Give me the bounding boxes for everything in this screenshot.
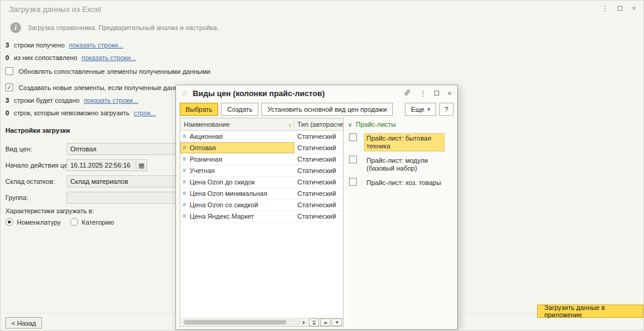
dialog-toolbar: Выбрать Создать Установить основной вид … xyxy=(176,101,457,119)
create-button[interactable]: Создать xyxy=(221,103,258,116)
window-menu-icon[interactable]: ⋮ xyxy=(601,4,609,13)
table-row[interactable]: ≡АкционнаяСтатический xyxy=(180,131,343,142)
dialog-maximize-icon[interactable] xyxy=(434,91,439,96)
price-list-label: Прайс-лист: бытовая техника xyxy=(364,133,445,151)
table-row[interactable]: ≡Цена Ozon со скидкойСтатический xyxy=(180,199,343,211)
scroll-up-button[interactable] xyxy=(320,318,330,326)
radio-nomenclature[interactable] xyxy=(5,218,13,226)
help-button[interactable]: ? xyxy=(439,103,454,116)
favorite-star-icon[interactable]: ☆ xyxy=(181,89,188,97)
price-list-item[interactable]: Прайс-лист: модули (базовый набор) xyxy=(349,156,452,174)
show-rows-link[interactable]: показать строки... xyxy=(69,41,124,49)
price-list-label: Прайс-лист: модули (базовый набор) xyxy=(364,156,445,174)
price-date-input[interactable]: 16.11.2025 22:56:16 xyxy=(67,159,136,171)
table-row[interactable]: ≡Цена Яндекс.МаркетСтатический xyxy=(180,211,343,222)
price-type-icon: ≡ xyxy=(183,179,186,185)
table-row[interactable]: ≡ОптоваяСтатический xyxy=(180,142,343,154)
price-type-icon: ≡ xyxy=(183,168,186,174)
price-list-item[interactable]: Прайс-лист: хоз. товары xyxy=(349,178,452,188)
load-data-button[interactable]: Загрузить данные в приложение xyxy=(537,305,643,318)
characteristics-radio-group: Номенклатуру Категорию xyxy=(5,218,114,226)
field-value: Склад материалов xyxy=(70,178,128,185)
table-row[interactable]: ≡Цена Ozon минимальнаяСтатический xyxy=(180,188,343,199)
scroll-right-icon[interactable] xyxy=(303,321,305,324)
checkbox[interactable] xyxy=(349,133,357,141)
checkbox-label: Обновлять сопоставленные элементы получе… xyxy=(19,68,210,75)
stat-count: 3 xyxy=(5,41,10,49)
price-type-name: Цена Ozon до скидок xyxy=(190,178,255,186)
radio-label: Номенклатуру xyxy=(17,219,61,226)
scroll-to-top-button[interactable] xyxy=(309,318,319,326)
info-banner: i Загрузка справочника. Предварительный … xyxy=(10,22,219,33)
field-label: Склад остатков: xyxy=(5,178,67,185)
select-button[interactable]: Выбрать xyxy=(180,103,218,116)
stat-count: 0 xyxy=(5,109,10,117)
price-list-item[interactable]: Прайс-лист: бытовая техника xyxy=(349,133,452,151)
more-button[interactable]: Еще ▾ xyxy=(405,103,436,116)
radio-label: Категорию xyxy=(82,219,114,226)
price-type-icon: ≡ xyxy=(183,213,186,219)
price-lists-panel: ∨ Прайс-листы Прайс-лист: бытовая техник… xyxy=(347,118,454,327)
price-date-field-row: Начало действия цен: 16.11.2025 22:56:16… xyxy=(5,159,147,171)
stat-rows-received: 3 строки получено показать строки... xyxy=(5,41,123,49)
table-row[interactable]: ≡УчетнаяСтатический xyxy=(180,165,343,177)
table-footer xyxy=(180,318,343,326)
scroll-down-button[interactable] xyxy=(332,318,342,326)
field-label: Вид цен: xyxy=(5,145,67,153)
checkbox[interactable] xyxy=(5,67,13,75)
radio-category[interactable] xyxy=(70,218,78,226)
field-label: Группа: xyxy=(5,194,67,201)
checkbox[interactable]: ✓ xyxy=(5,84,13,91)
stat-label: строк, которые невозможно загрузить xyxy=(14,109,129,117)
show-rows-link[interactable]: строк... xyxy=(133,109,156,117)
scrollbar-thumb[interactable] xyxy=(184,320,287,324)
price-type-kind: Статический xyxy=(294,190,343,197)
table-rows: ≡АкционнаяСтатический≡ОптоваяСтатический… xyxy=(180,131,343,318)
info-text: Загрузка справочника. Предварительный ан… xyxy=(28,24,219,31)
show-rows-link[interactable]: показать строки... xyxy=(82,54,136,61)
horizontal-scrollbar[interactable] xyxy=(183,320,301,325)
table-row[interactable]: ≡РозничнаяСтатический xyxy=(180,154,343,165)
stat-label: строки получено xyxy=(14,41,65,49)
stat-count: 0 xyxy=(5,54,10,61)
update-matched-checkbox-row[interactable]: Обновлять сопоставленные элементы получе… xyxy=(5,67,210,75)
price-type-kind: Статический xyxy=(294,156,343,163)
checkbox[interactable] xyxy=(349,156,357,163)
stat-count: 3 xyxy=(5,97,10,104)
dialog-titlebar: ☆ Виды цен (колонки прайс-листов) ⋮ × xyxy=(176,85,457,101)
price-type-icon: ≡ xyxy=(183,133,186,139)
price-type-name: Цена Ozon со скидкой xyxy=(190,201,258,208)
dialog-title: Виды цен (колонки прайс-листов) xyxy=(193,89,325,98)
field-label: Начало действия цен: xyxy=(5,162,67,169)
link-icon[interactable] xyxy=(404,89,411,98)
calendar-icon[interactable]: ▦ xyxy=(136,159,147,171)
table-row[interactable]: ≡Цена Ozon до скидокСтатический xyxy=(180,177,343,188)
price-type-icon: ≡ xyxy=(183,156,186,162)
price-type-icon: ≡ xyxy=(183,190,186,196)
show-rows-link[interactable]: показать строки... xyxy=(84,97,138,104)
column-header-type[interactable]: Тип (авторасчет) xyxy=(294,121,343,128)
dialog-menu-icon[interactable]: ⋮ xyxy=(419,89,427,98)
stat-label: строки будет создано xyxy=(14,97,79,104)
stat-rows-matched: 0 из них сопоставлено показать строки... xyxy=(5,54,136,61)
column-header-name[interactable]: Наименование ↓ xyxy=(180,118,294,130)
price-type-kind: Статический xyxy=(294,201,343,208)
price-type-kind: Статический xyxy=(294,213,343,220)
price-lists-items: Прайс-лист: бытовая техникаПрайс-лист: м… xyxy=(348,133,452,188)
checkbox[interactable] xyxy=(349,178,357,186)
chevron-down-icon: ▾ xyxy=(427,106,430,112)
dialog-close-icon[interactable]: × xyxy=(447,89,452,98)
group-label: Прайс-листы xyxy=(356,121,395,128)
field-value: 16.11.2025 22:56:16 xyxy=(70,162,130,169)
set-main-price-type-button[interactable]: Установить основной вид цен продажи xyxy=(261,103,393,116)
column-label: Наименование xyxy=(184,121,229,128)
window-maximize-icon[interactable] xyxy=(618,6,622,11)
back-button[interactable]: < Назад xyxy=(5,317,42,329)
price-lists-group-header[interactable]: ∨ Прайс-листы xyxy=(348,118,452,130)
more-label: Еще xyxy=(411,106,424,113)
app-window: Загрузка данных из Excel ⋮ × i Загрузка … xyxy=(0,0,644,331)
price-type-name: Цена Ozon минимальная xyxy=(190,190,267,197)
info-icon: i xyxy=(10,22,21,33)
window-close-icon[interactable]: × xyxy=(631,4,636,13)
stat-rows-unloadable: 0 строк, которые невозможно загрузить ст… xyxy=(5,109,156,117)
